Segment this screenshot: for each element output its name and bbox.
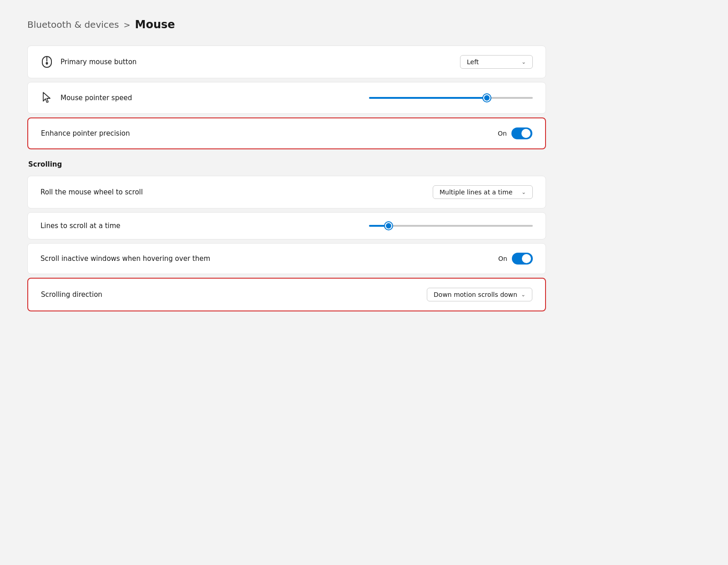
card-left-wheel: Roll the mouse wheel to scroll: [40, 188, 143, 196]
breadcrumb-parent[interactable]: Bluetooth & devices: [27, 19, 119, 30]
primary-mouse-button-value: Left: [467, 58, 479, 66]
enhance-pointer-precision-toggle-label: On: [498, 130, 507, 137]
toggle-thumb-inactive: [522, 254, 531, 263]
card-right-lines: [369, 225, 533, 227]
scrolling-direction-card: Scrolling direction Down motion scrolls …: [27, 278, 546, 311]
card-left-speed: Mouse pointer speed: [40, 92, 132, 104]
card-right-wheel: Multiple lines at a time ⌄: [433, 185, 533, 199]
lines-to-scroll-slider[interactable]: [369, 225, 533, 227]
roll-mouse-wheel-card: Roll the mouse wheel to scroll Multiple …: [27, 176, 546, 209]
card-right: Left ⌄: [460, 55, 533, 69]
slider-track-lines: [369, 225, 533, 227]
card-left-direction: Scrolling direction: [41, 290, 102, 299]
breadcrumb-current: Mouse: [135, 18, 175, 31]
mouse-icon: [40, 56, 53, 68]
scroll-inactive-toggle-label: On: [498, 255, 507, 262]
mouse-speed-slider[interactable]: [369, 97, 533, 99]
card-left-precision: Enhance pointer precision: [41, 129, 130, 137]
primary-mouse-button-label: Primary mouse button: [61, 58, 136, 66]
scroll-inactive-windows-label: Scroll inactive windows when hovering ov…: [40, 255, 210, 263]
primary-mouse-button-dropdown[interactable]: Left ⌄: [460, 55, 533, 69]
slider-track: [369, 97, 533, 99]
lines-to-scroll-label: Lines to scroll at a time: [40, 222, 121, 230]
slider-thumb-lines[interactable]: [385, 222, 392, 229]
card-left-lines: Lines to scroll at a time: [40, 222, 121, 230]
card-left-inactive: Scroll inactive windows when hovering ov…: [40, 255, 210, 263]
svg-point-2: [46, 62, 48, 65]
chevron-down-icon-wheel: ⌄: [521, 189, 526, 195]
cursor-icon: [40, 92, 53, 104]
card-left: Primary mouse button: [40, 56, 136, 68]
svg-marker-3: [43, 92, 50, 102]
mouse-pointer-speed-card: Mouse pointer speed: [27, 82, 546, 114]
scrolling-section-label: Scrolling: [27, 160, 546, 168]
scroll-inactive-windows-card: Scroll inactive windows when hovering ov…: [27, 243, 546, 274]
toggle-thumb: [521, 129, 531, 138]
scrolling-direction-value: Down motion scrolls down: [434, 291, 517, 298]
toggle-track: [511, 127, 532, 139]
settings-container: Primary mouse button Left ⌄ Mouse pointe…: [27, 46, 546, 311]
card-right-inactive: On: [498, 253, 533, 265]
roll-mouse-wheel-value: Multiple lines at a time: [440, 188, 512, 196]
breadcrumb-separator: >: [124, 20, 131, 30]
chevron-down-icon-direction: ⌄: [521, 291, 526, 298]
mouse-pointer-speed-label: Mouse pointer speed: [61, 94, 132, 102]
scrolling-direction-label: Scrolling direction: [41, 290, 102, 299]
card-right-speed: [369, 97, 533, 99]
chevron-down-icon: ⌄: [521, 59, 526, 65]
page-wrapper: Bluetooth & devices > Mouse Primary mous…: [0, 0, 728, 565]
toggle-track-inactive: [512, 253, 533, 265]
enhance-pointer-precision-toggle[interactable]: [511, 127, 532, 139]
primary-mouse-button-card: Primary mouse button Left ⌄: [27, 46, 546, 78]
scroll-inactive-toggle[interactable]: [512, 253, 533, 265]
card-right-precision: On: [498, 127, 532, 139]
enhance-pointer-precision-label: Enhance pointer precision: [41, 129, 130, 137]
card-right-direction: Down motion scrolls down ⌄: [427, 288, 532, 301]
scrolling-direction-dropdown[interactable]: Down motion scrolls down ⌄: [427, 288, 532, 301]
enhance-pointer-precision-card: Enhance pointer precision On: [27, 117, 546, 149]
slider-fill: [369, 97, 487, 99]
breadcrumb: Bluetooth & devices > Mouse: [27, 18, 701, 31]
lines-to-scroll-card: Lines to scroll at a time: [27, 212, 546, 239]
slider-thumb[interactable]: [483, 94, 490, 102]
roll-mouse-wheel-label: Roll the mouse wheel to scroll: [40, 188, 143, 196]
roll-mouse-wheel-dropdown[interactable]: Multiple lines at a time ⌄: [433, 185, 533, 199]
